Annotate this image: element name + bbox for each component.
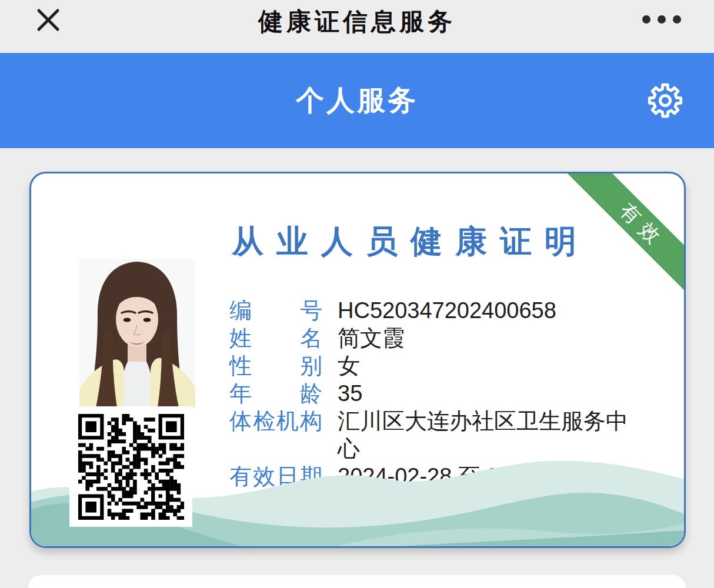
field-label: 编号 [229,297,322,325]
gear-icon[interactable] [647,82,683,119]
field-value: 35 [338,380,643,407]
field-value: HC520347202400658 [338,297,643,325]
qr-code-box [69,406,192,527]
service-banner: 个人服务 [0,53,714,148]
banner-title: 个人服务 [0,53,714,148]
field-row-age: 年龄 35 [229,380,676,407]
qr-code [78,414,184,520]
field-value: 简文霞 [338,325,643,352]
field-value: 汇川区大连办社区卫生服务中心 [338,407,643,463]
certificate-title: 从业人员健康证明 [196,220,625,263]
field-row-number: 编号 HC520347202400658 [229,297,676,325]
field-row-name: 姓名 简文霞 [229,325,676,352]
field-label: 年龄 [229,380,322,407]
health-certificate-card: 从业人员健康证明 [29,172,686,548]
page-title: 健康证信息服务 [0,0,714,44]
portrait-photo [79,259,195,407]
field-row-institution: 体检机构 汇川区大连办社区卫生服务中心 [229,407,676,463]
field-label: 性别 [229,352,322,380]
next-card-top [28,575,686,588]
field-value: 女 [338,352,643,380]
field-label: 姓名 [229,325,322,352]
more-menu-icon[interactable] [642,9,681,29]
topbar: 健康证信息服务 [0,0,714,53]
field-label: 体检机构 [229,407,322,435]
field-row-gender: 性别 女 [229,352,676,380]
